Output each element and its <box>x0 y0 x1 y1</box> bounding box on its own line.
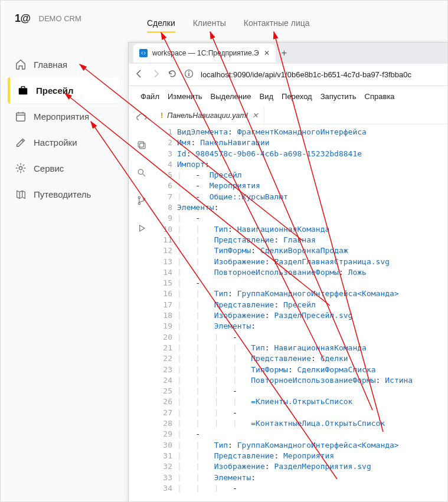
section-tabs: СделкиКлиентыКонтактные лица <box>147 18 310 33</box>
menu-item[interactable]: Запустить <box>321 92 357 101</box>
app-logo: 1@ <box>15 12 31 25</box>
debug-icon[interactable] <box>136 222 148 236</box>
forward-icon[interactable] <box>151 69 161 80</box>
svg-point-11 <box>138 169 143 174</box>
browser-tab[interactable]: workspace — 1С:Предприятие.Э ✕ <box>133 44 276 63</box>
menu-item[interactable]: Вид <box>260 92 274 101</box>
editor-tab[interactable]: ! ПанельНавигации.yaml ✕ <box>155 107 264 124</box>
gear-icon <box>15 162 27 174</box>
map-icon <box>15 188 27 200</box>
edit-icon <box>15 136 27 148</box>
sidebar-item-label: Главная <box>34 60 67 70</box>
sidebar-item[interactable]: Мероприятия <box>8 103 120 129</box>
back-icon[interactable] <box>135 69 144 80</box>
menu-item[interactable]: Файл <box>140 92 159 101</box>
sidebar-item-label: Мероприятия <box>34 111 89 122</box>
svg-point-13 <box>138 196 140 198</box>
address-bar[interactable]: localhost:9090/ide/api/v1/0b6e8b1c-b651-… <box>201 70 411 79</box>
section-tab[interactable]: Клиенты <box>193 18 226 33</box>
sidebar: ГлавнаяПресейлМероприятияНастройкиСервис… <box>8 51 120 207</box>
branch-icon[interactable] <box>136 195 148 208</box>
code-icon <box>139 49 148 57</box>
ide-menu: ФайлИзменитьВыделениеВидПереходЗапустить… <box>129 86 447 107</box>
reload-icon[interactable] <box>168 69 177 80</box>
menu-item[interactable]: Изменить <box>168 92 202 101</box>
sidebar-item[interactable]: Настройки <box>8 129 120 155</box>
browser-tabstrip: workspace — 1С:Предприятие.Э ✕ + <box>129 42 447 64</box>
ide: ФайлИзменитьВыделениеВидПереходЗапустить… <box>129 86 447 501</box>
svg-point-8 <box>188 71 189 72</box>
unsaved-icon: ! <box>161 111 163 120</box>
sidebar-item[interactable]: Пресейл <box>8 77 120 103</box>
svg-rect-10 <box>138 142 143 147</box>
browser-window: workspace — 1С:Предприятие.Э ✕ + localho… <box>128 42 448 502</box>
menu-item[interactable]: Справка <box>365 92 395 101</box>
sidebar-item[interactable]: Путеводитель <box>8 181 120 207</box>
svg-rect-1 <box>17 113 25 122</box>
sidebar-item-label: Настройки <box>34 137 77 147</box>
sidebar-item-label: Путеводитель <box>34 189 91 199</box>
menu-item[interactable]: Переход <box>282 92 312 101</box>
svg-point-5 <box>19 166 22 169</box>
browser-toolbar: localhost:9090/ide/api/v1/0b6e8b1c-b651-… <box>129 64 447 86</box>
sidebar-item[interactable]: Главная <box>8 51 120 77</box>
calendar-icon <box>15 110 27 122</box>
close-icon[interactable]: ✕ <box>264 49 270 57</box>
section-tab[interactable]: Контактные лица <box>244 18 310 33</box>
ide-activity-bar <box>129 107 155 501</box>
info-icon[interactable] <box>184 69 194 80</box>
editor-file-name: ПанельНавигации.yaml <box>167 111 247 120</box>
app-title: DEMO CRM <box>39 14 81 23</box>
section-tab[interactable]: Сделки <box>147 18 175 33</box>
new-tab-button[interactable]: + <box>282 48 287 58</box>
menu-item[interactable]: Выделение <box>211 92 251 101</box>
home-icon <box>15 58 27 70</box>
sidebar-item-label: Пресейл <box>36 86 74 96</box>
cloud-icon[interactable] <box>136 111 148 125</box>
svg-line-12 <box>143 174 145 176</box>
editor-tabs: ! ПанельНавигации.yaml ✕ <box>155 107 447 124</box>
svg-rect-9 <box>140 143 145 149</box>
close-icon[interactable]: ✕ <box>252 111 258 120</box>
sidebar-item-label: Сервис <box>34 163 64 173</box>
code-editor[interactable]: 1234567891011121314151617181920212223242… <box>155 124 447 501</box>
browser-tab-title: workspace — 1С:Предприятие.Э <box>152 49 259 57</box>
svg-point-14 <box>138 202 140 204</box>
copy-icon[interactable] <box>136 139 148 153</box>
search-icon[interactable] <box>136 167 148 181</box>
svg-rect-0 <box>19 88 28 94</box>
briefcase-icon <box>17 84 29 96</box>
sidebar-item[interactable]: Сервис <box>8 155 120 181</box>
svg-point-15 <box>143 198 145 200</box>
